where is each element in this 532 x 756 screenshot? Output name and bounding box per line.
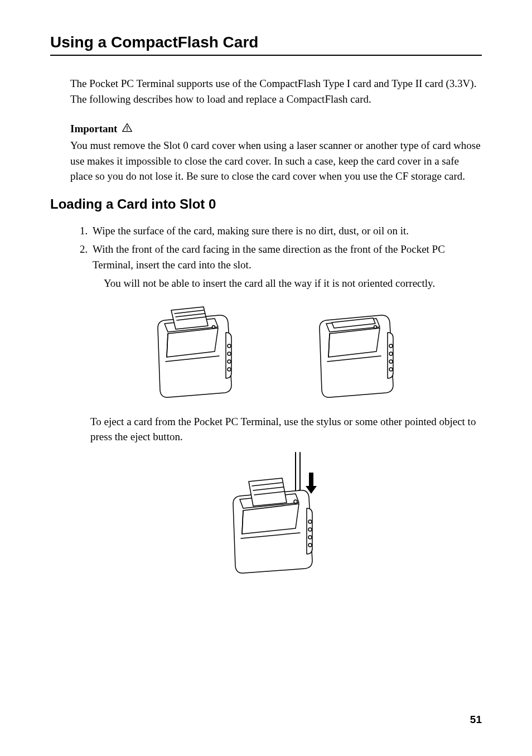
svg-point-8: [228, 360, 231, 363]
page-number: 51: [470, 714, 482, 726]
step-2-note: You will not be able to insert the card …: [104, 276, 482, 291]
steps-list: Wipe the surface of the card, making sur…: [90, 223, 482, 273]
page-title: Using a CompactFlash Card: [50, 33, 482, 56]
svg-point-14: [389, 360, 393, 363]
figure-row-insert: [70, 301, 482, 402]
important-heading-row: Important: [70, 122, 482, 136]
svg-point-1: [127, 129, 128, 131]
svg-point-26: [308, 528, 312, 531]
subheading-loading: Loading a Card into Slot 0: [50, 196, 482, 212]
svg-point-13: [389, 352, 393, 355]
figure-insert-card: [148, 301, 243, 402]
important-label: Important: [70, 123, 117, 135]
svg-point-23: [294, 500, 297, 503]
svg-point-25: [308, 520, 312, 523]
figure-card-inserted: [309, 301, 404, 402]
important-text: You must remove the Slot 0 card cover wh…: [70, 138, 482, 184]
warning-icon: [122, 122, 133, 136]
svg-point-7: [228, 352, 231, 355]
svg-point-9: [228, 368, 231, 371]
step-2: With the front of the card facing in the…: [90, 242, 482, 272]
svg-point-16: [374, 325, 377, 328]
svg-point-15: [389, 368, 393, 371]
svg-point-10: [212, 325, 215, 328]
step-1: Wipe the surface of the card, making sur…: [90, 223, 482, 239]
svg-point-27: [308, 536, 312, 539]
intro-paragraph: The Pocket PC Terminal supports use of t…: [70, 76, 482, 107]
svg-rect-19: [309, 473, 313, 486]
steps-block: Wipe the surface of the card, making sur…: [70, 223, 482, 579]
figure-eject-card: [217, 450, 335, 579]
eject-paragraph: To eject a card from the Pocket PC Termi…: [90, 414, 482, 445]
svg-point-12: [389, 344, 393, 348]
svg-point-6: [228, 344, 231, 348]
svg-point-28: [308, 543, 312, 547]
figure-eject: [70, 450, 482, 579]
content-block: The Pocket PC Terminal supports use of t…: [70, 76, 482, 184]
